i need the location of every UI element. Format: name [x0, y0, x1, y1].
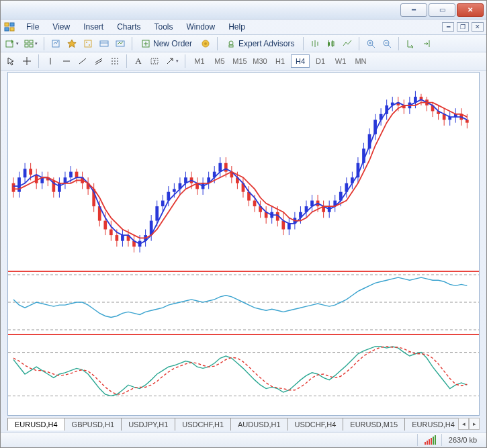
vertical-line-button[interactable] — [43, 54, 58, 69]
svg-rect-130 — [253, 200, 257, 206]
menu-window[interactable]: Window — [180, 19, 222, 34]
navigator-button[interactable] — [64, 36, 79, 51]
menu-help[interactable]: Help — [222, 19, 252, 34]
signal-icon — [425, 435, 436, 445]
chart-tab[interactable]: EURUSD,H4 — [404, 418, 458, 431]
tab-scroll-left[interactable]: ◂ — [458, 418, 469, 430]
menu-view[interactable]: View — [46, 19, 77, 34]
horizontal-line-button[interactable] — [59, 54, 74, 69]
mdi-buttons: ━ ❐ ✕ — [442, 22, 484, 32]
svg-text:T: T — [153, 58, 157, 64]
svg-point-19 — [229, 41, 233, 45]
timeframe-h4[interactable]: H4 — [291, 54, 310, 68]
maximize-button[interactable]: ▭ — [429, 3, 455, 17]
svg-rect-7 — [25, 44, 28, 47]
line-chart-button[interactable] — [340, 36, 355, 51]
timeframe-m15[interactable]: M15 — [230, 54, 249, 68]
svg-rect-82 — [116, 235, 119, 241]
cursor-button[interactable] — [3, 54, 18, 69]
titlebar: ━ ▭ ✕ — [1, 1, 486, 19]
chart-tab[interactable]: AUDUSD,H1 — [230, 418, 288, 431]
zoom-in-button[interactable] — [363, 36, 378, 51]
crosshair-button[interactable] — [19, 54, 34, 69]
timeframe-m1[interactable]: M1 — [190, 54, 209, 68]
app-icon — [3, 21, 15, 33]
expert-advisors-button[interactable]: Expert Advisors — [222, 36, 299, 51]
timeframe-m5[interactable]: M5 — [210, 54, 229, 68]
svg-rect-1 — [10, 23, 14, 26]
statusbar: 263/0 kb — [1, 432, 486, 447]
connection-text: 263/0 kb — [449, 436, 477, 444]
svg-rect-10 — [85, 40, 91, 47]
tab-scroll-right[interactable]: ▸ — [469, 418, 480, 430]
svg-rect-2 — [5, 28, 9, 31]
profiles-button[interactable]: ▾ — [22, 36, 40, 51]
channel-button[interactable] — [91, 54, 106, 69]
svg-rect-68 — [75, 171, 79, 177]
minimize-button[interactable]: ━ — [400, 3, 427, 17]
text-button[interactable]: A — [131, 54, 146, 69]
timeframe-w1[interactable]: W1 — [331, 54, 350, 68]
new-order-button[interactable]: New Order — [136, 36, 197, 51]
svg-rect-78 — [103, 220, 107, 229]
fibonacci-button[interactable] — [107, 54, 122, 69]
chart-tab[interactable]: USDJPY,H1 — [121, 418, 175, 431]
svg-rect-8 — [30, 44, 33, 47]
svg-rect-46 — [12, 183, 15, 191]
chart-tab[interactable]: GBPUSD,H1 — [64, 418, 122, 431]
menu-charts[interactable]: Charts — [110, 19, 147, 34]
timeframe-h1[interactable]: H1 — [271, 54, 290, 68]
chart-tab[interactable]: USDCHF,H1 — [175, 418, 231, 431]
strategy-tester-button[interactable] — [113, 36, 128, 51]
svg-rect-5 — [25, 40, 28, 43]
chart-shift-button[interactable] — [419, 36, 434, 51]
mdi-close[interactable]: ✕ — [472, 22, 484, 32]
metaquotes-button[interactable] — [198, 36, 213, 51]
bar-chart-button[interactable] — [308, 36, 322, 51]
mdi-restore[interactable]: ❐ — [457, 22, 469, 32]
auto-scroll-button[interactable] — [403, 36, 418, 51]
candle-chart-button[interactable] — [324, 36, 339, 51]
indicator-panel-2[interactable] — [8, 335, 479, 415]
chart-tab[interactable]: EURUSD,M15 — [343, 418, 405, 431]
chart-tab[interactable]: EURUSD,H4 — [7, 418, 65, 431]
chart-tabs: EURUSD,H4GBPUSD,H1USDJPY,H1USDCHF,H1AUDU… — [7, 417, 480, 431]
new-order-label: New Order — [153, 39, 192, 48]
svg-line-39 — [95, 60, 102, 64]
svg-rect-0 — [5, 23, 9, 26]
svg-rect-20 — [229, 45, 233, 47]
svg-rect-9 — [52, 40, 59, 47]
svg-rect-98 — [161, 200, 165, 206]
arrows-button[interactable]: ▾ — [163, 54, 181, 69]
menu-insert[interactable]: Insert — [77, 19, 110, 34]
indicator-panel-1[interactable] — [8, 272, 479, 334]
close-button[interactable]: ✕ — [457, 3, 484, 17]
zoom-out-button[interactable] — [380, 36, 394, 51]
timeframe-d1[interactable]: D1 — [311, 54, 330, 68]
svg-rect-96 — [155, 206, 159, 220]
svg-point-12 — [89, 44, 90, 46]
trendline-button[interactable] — [75, 54, 90, 69]
text-label-button[interactable]: T — [147, 54, 162, 69]
market-watch-button[interactable] — [48, 36, 63, 51]
timeframe-mn[interactable]: MN — [351, 54, 370, 68]
svg-rect-140 — [281, 220, 285, 229]
menu-tools[interactable]: Tools — [148, 19, 180, 34]
svg-rect-120 — [224, 163, 228, 171]
menu-file[interactable]: File — [19, 19, 46, 34]
data-window-button[interactable] — [81, 36, 95, 51]
svg-rect-50 — [24, 169, 27, 177]
connection-status[interactable] — [417, 434, 436, 446]
chart-area[interactable] — [7, 72, 480, 416]
svg-rect-3 — [10, 28, 14, 31]
svg-point-11 — [86, 42, 87, 43]
menubar: File View Insert Charts Tools Window Hel… — [1, 19, 486, 35]
svg-line-31 — [388, 45, 391, 48]
chart-tab[interactable]: USDCHF,H4 — [287, 418, 344, 431]
new-chart-button[interactable]: ▾ — [3, 36, 21, 51]
terminal-button[interactable] — [97, 36, 112, 51]
mdi-minimize[interactable]: ━ — [442, 22, 454, 32]
svg-line-38 — [95, 58, 102, 62]
timeframe-m30[interactable]: M30 — [251, 54, 269, 68]
main-price-chart[interactable] — [8, 73, 479, 271]
